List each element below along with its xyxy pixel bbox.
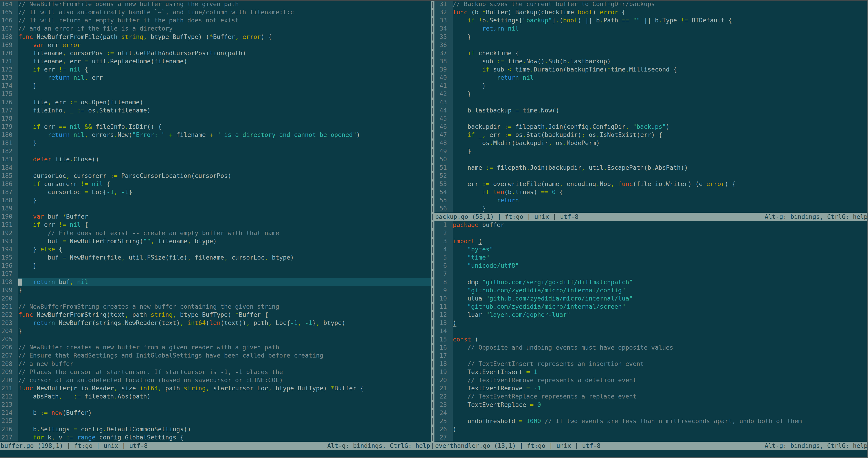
code-line[interactable]: 52 (434, 172, 868, 180)
code-line[interactable]: 183 defer file.Close() (0, 155, 431, 163)
code-line[interactable]: 197 (0, 270, 431, 278)
code-line[interactable]: 206// NewBuffer creates a new buffer fro… (0, 343, 431, 351)
code-line[interactable]: 41 } (434, 82, 868, 90)
code-line[interactable]: 180 return nil, errors.New("Error: " + f… (0, 131, 431, 139)
code-line[interactable]: 17 (434, 352, 868, 360)
code-line[interactable]: 8 dmp "github.com/sergi/go-diff/diffmatc… (434, 278, 868, 286)
code-line[interactable]: 173 return nil, err (0, 74, 431, 82)
code-line[interactable]: 31// Backup saves the current buffer to … (434, 0, 868, 8)
code-line[interactable]: 32func (b *Buffer) Backup(checkTime bool… (434, 8, 868, 16)
code-line[interactable]: 168func NewBufferFromFile(path string, b… (0, 33, 431, 41)
code-line[interactable]: 208// a new buffer (0, 360, 431, 368)
code-line[interactable]: 201// NewBufferFromString creates a new … (0, 303, 431, 311)
code-line[interactable]: 215 (0, 417, 431, 425)
code-line[interactable]: 192 // File does not exist -- create an … (0, 229, 431, 237)
code-line[interactable]: 9 "github.com/zyedidia/micro/internal/co… (434, 286, 868, 294)
code-line[interactable]: 49 } (434, 147, 868, 155)
code-line[interactable]: 164// NewBufferFromFile opens a new buff… (0, 0, 431, 8)
code-line[interactable]: 200 (0, 294, 431, 303)
code-line[interactable]: 190 var buf *Buffer (0, 212, 431, 221)
code-line[interactable]: 174 } (0, 82, 431, 90)
code-line[interactable]: 213 (0, 401, 431, 409)
split-divider[interactable]: ||||||||||||||||||||||||||||||||||||||||… (431, 0, 434, 450)
code-line[interactable]: 50 (434, 155, 868, 163)
code-line[interactable]: 205 (0, 335, 431, 343)
code-line[interactable]: 10 ulua "github.com/zyedidia/micro/inter… (434, 294, 868, 303)
code-line[interactable]: 165// It will also automatically handle … (0, 8, 431, 16)
code-line[interactable]: 169 var err error (0, 41, 431, 49)
code-line[interactable]: 53 err := overwriteFile(name, encoding.N… (434, 180, 868, 188)
code-line[interactable]: 23 TextEventReplace = 0 (434, 401, 868, 409)
code-line[interactable]: 202func NewBufferFromString(text, path s… (0, 311, 431, 319)
code-line[interactable]: 27 (434, 433, 868, 441)
code-line[interactable]: 3import ( (434, 237, 868, 245)
code-line[interactable]: 186 if cursorerr != nil { (0, 180, 431, 188)
code-line[interactable]: 40 return nil (434, 74, 868, 82)
code-line[interactable]: 209// Places the cursor at startcursor. … (0, 368, 431, 376)
code-line[interactable]: 46 backupdir := filepath.Join(config.Con… (434, 123, 868, 131)
editor-pane-eventhandler-go[interactable]: 1package buffer23import (4 "bytes"5 "tim… (434, 221, 868, 442)
code-line[interactable]: 20 // TextEventRemove represents a delet… (434, 376, 868, 384)
code-line[interactable]: 26) (434, 425, 868, 433)
code-line[interactable]: 1package buffer (434, 221, 868, 229)
code-line[interactable]: 13) (434, 319, 868, 327)
code-line[interactable]: 217 for k, v := range config.GlobalSetti… (0, 433, 431, 441)
code-line[interactable]: 187 cursorLoc = Loc{-1, -1} (0, 188, 431, 196)
code-line[interactable]: 195 buf = NewBuffer(file, util.FSize(fil… (0, 253, 431, 262)
code-line[interactable]: 38 sub := time.Now().Sub(b.lastbackup) (434, 57, 868, 65)
code-line[interactable]: 21 TextEventRemove = -1 (434, 384, 868, 392)
code-line[interactable]: 51 name := filepath.Join(backupdir, util… (434, 164, 868, 172)
code-line[interactable]: 181 } (0, 139, 431, 147)
code-line[interactable]: 207// Ensure that ReadSettings and InitG… (0, 351, 431, 360)
code-line[interactable]: 214 b := new(Buffer) (0, 409, 431, 417)
code-line[interactable]: 176 file, err := os.Open(filename) (0, 98, 431, 106)
code-line[interactable]: 216 b.Settings = config.DefaultCommonSet… (0, 425, 431, 433)
code-line[interactable]: 18 // TextEventInsert represents an inse… (434, 360, 868, 368)
code-line[interactable]: 55 return (434, 196, 868, 204)
code-line[interactable]: 15const ( (434, 335, 868, 343)
code-line[interactable]: 198 return buf, nil (0, 278, 431, 286)
code-line[interactable]: 12 luar "layeh.com/gopher-luar" (434, 311, 868, 319)
code-line[interactable]: 204} (0, 327, 431, 335)
code-line[interactable]: 178 (0, 115, 431, 123)
code-line[interactable]: 56 } (434, 204, 868, 212)
code-line[interactable]: 6 "unicode/utf8" (434, 262, 868, 270)
editor-pane-buffer-go[interactable]: 164// NewBufferFromFile opens a new buff… (0, 0, 431, 442)
code-line[interactable]: 34 return nil (434, 24, 868, 33)
code-line[interactable]: 19 TextEventInsert = 1 (434, 368, 868, 376)
code-line[interactable]: 210// cursor at an autodetected location… (0, 376, 431, 384)
code-line[interactable]: 24 (434, 409, 868, 417)
code-line[interactable]: 188 } (0, 196, 431, 204)
code-line[interactable]: 194 } else { (0, 245, 431, 253)
code-line[interactable]: 177 fileInfo, _ := os.Stat(filename) (0, 106, 431, 115)
code-line[interactable]: 11 "github.com/zyedidia/micro/internal/s… (434, 303, 868, 311)
code-line[interactable]: 43 (434, 98, 868, 106)
code-line[interactable]: 54 if len(b.lines) == 0 { (434, 188, 868, 196)
code-line[interactable]: 199} (0, 286, 431, 294)
code-line[interactable]: 45 (434, 115, 868, 123)
code-line[interactable]: 35 } (434, 33, 868, 41)
code-line[interactable]: 14 (434, 327, 868, 335)
code-line[interactable]: 182 (0, 147, 431, 155)
code-line[interactable]: 25 undoThreshold = 1000 // If two events… (434, 417, 868, 425)
code-line[interactable]: 22 // TextEventReplace represents a repl… (434, 392, 868, 401)
code-line[interactable]: 7 (434, 270, 868, 278)
code-line[interactable]: 166// It will return an empty buffer if … (0, 16, 431, 24)
code-line[interactable]: 37 if checkTime { (434, 49, 868, 57)
code-line[interactable]: 42 } (434, 90, 868, 98)
editor-pane-backup-go[interactable]: 31// Backup saves the current buffer to … (434, 0, 868, 213)
code-line[interactable]: 184 (0, 164, 431, 172)
code-line[interactable]: 5 "time" (434, 253, 868, 262)
code-line[interactable]: 171 filename, err = util.ReplaceHome(fil… (0, 57, 431, 65)
code-line[interactable]: 179 if err == nil && fileInfo.IsDir() { (0, 123, 431, 131)
code-line[interactable]: 170 filename, cursorPos := util.GetPathA… (0, 49, 431, 57)
code-line[interactable]: 167// and an error if the file is a dire… (0, 24, 431, 33)
code-line[interactable]: 191 if err != nil { (0, 221, 431, 229)
code-line[interactable]: 39 if sub < time.Duration(backupTime)*ti… (434, 65, 868, 74)
code-line[interactable]: 203 return NewBuffer(strings.NewReader(t… (0, 319, 431, 327)
code-line[interactable]: 47 if _, err := os.Stat(backupdir); os.I… (434, 131, 868, 139)
code-line[interactable]: 172 if err != nil { (0, 65, 431, 74)
code-line[interactable]: 211func NewBuffer(r io.Reader, size int6… (0, 384, 431, 392)
code-line[interactable]: 36 (434, 41, 868, 49)
code-line[interactable]: 4 "bytes" (434, 245, 868, 253)
